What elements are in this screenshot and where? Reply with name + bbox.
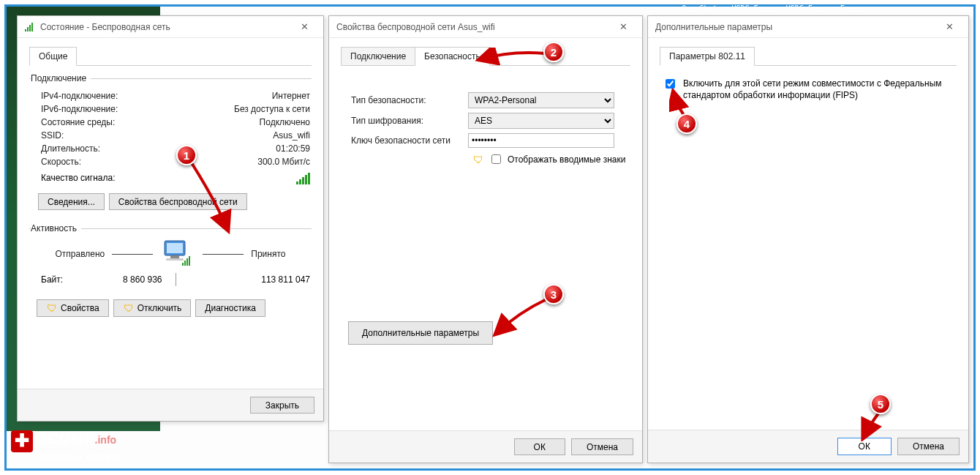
window-title: Свойства беспроводной сети Asus_wifi	[336, 22, 608, 32]
window-title: Дополнительные параметры	[655, 22, 935, 32]
recv-label: Принято	[251, 249, 285, 259]
security-key-input[interactable]	[468, 133, 614, 148]
activity-line-right	[203, 254, 244, 255]
advanced-settings-button[interactable]: Дополнительные параметры	[348, 321, 493, 345]
sent-label: Отправлено	[56, 249, 105, 259]
signal-bars-icon	[296, 173, 310, 184]
window-wifi-properties: Свойства беспроводной сети Asus_wifi ✕ П…	[328, 15, 643, 463]
disable-button[interactable]: 🛡Отключить	[113, 299, 192, 317]
activity-line-left	[112, 254, 153, 255]
bytes-recv: 113 811 047	[189, 274, 311, 285]
close-button[interactable]: Закрыть	[250, 397, 314, 414]
svg-rect-1	[167, 243, 183, 253]
ipv4-value: Интернет	[215, 91, 310, 101]
shield-icon: 🛡	[472, 154, 484, 165]
tab-security[interactable]: Безопасность	[415, 47, 490, 66]
annotation-badge-1: 1	[176, 145, 197, 165]
encryption-type-select[interactable]: AES	[468, 113, 614, 129]
properties-button[interactable]: 🛡Свойства	[37, 299, 109, 317]
group-activity: Активность Отправлено	[29, 223, 312, 288]
close-icon[interactable]: ✕	[290, 17, 319, 37]
svg-rect-7	[189, 256, 190, 266]
ipv6-label: IPv6-подключение:	[41, 104, 215, 114]
logo-cross-icon	[11, 430, 33, 452]
annotation-badge-4: 4	[676, 113, 697, 134]
titlebar[interactable]: Состояние - Беспроводная сеть ✕	[18, 16, 323, 38]
ok-button[interactable]: ОК	[837, 438, 892, 455]
security-type-label: Тип безопасности:	[351, 95, 468, 105]
ipv6-value: Без доступа к сети	[215, 104, 310, 114]
cancel-button[interactable]: Отмена	[571, 438, 633, 455]
ssid-label: SSID:	[41, 130, 215, 141]
annotation-badge-5: 5	[870, 394, 891, 414]
svg-rect-6	[186, 258, 188, 266]
tabs: Параметры 802.11	[660, 47, 957, 66]
close-icon[interactable]: ✕	[608, 17, 638, 37]
ipv4-label: IPv4-подключение:	[41, 91, 215, 101]
tabs: Общие	[29, 47, 312, 66]
window-wifi-status: Состояние - Беспроводная сеть ✕ Общие По…	[17, 15, 324, 422]
ok-button[interactable]: ОК	[514, 438, 565, 455]
wireless-properties-button[interactable]: Свойства беспроводной сети	[109, 193, 247, 210]
watermark: OCOMP.info ВОПРОСЫ АДМИНУ	[11, 430, 123, 461]
shield-icon: 🛡	[46, 302, 58, 314]
group-activity-legend: Активность	[31, 223, 81, 233]
svg-rect-5	[184, 261, 186, 266]
bytes-label: Байт:	[41, 274, 85, 285]
tab-connection[interactable]: Подключение	[341, 47, 415, 66]
signal-label: Качество сигнала:	[41, 173, 296, 184]
security-key-label: Ключ безопасности сети	[351, 135, 468, 146]
svg-rect-2	[170, 255, 179, 258]
group-connection: Подключение IPv4-подключение:Интернет IP…	[29, 73, 312, 213]
fips-checkbox[interactable]	[666, 79, 675, 89]
media-value: Подключено	[215, 117, 310, 127]
tabs: Подключение Безопасность	[341, 47, 630, 66]
activity-separator	[176, 273, 176, 286]
svg-rect-4	[182, 263, 184, 266]
wifi-icon	[25, 23, 33, 31]
window-advanced-settings: Дополнительные параметры ✕ Параметры 802…	[647, 15, 969, 463]
cancel-button[interactable]: Отмена	[897, 438, 960, 455]
fips-label: Включить для этой сети режим совместимос…	[683, 78, 954, 101]
speed-value: 300.0 Мбит/с	[215, 157, 310, 167]
ssid-value: Asus_wifi	[215, 130, 310, 141]
show-characters-label: Отображать вводимые знаки	[508, 154, 625, 165]
duration-value: 01:20:59	[215, 143, 310, 154]
close-icon[interactable]: ✕	[935, 17, 964, 37]
titlebar[interactable]: Свойства беспроводной сети Asus_wifi ✕	[329, 16, 642, 38]
desktop-icons: OpenShot VSDC Free VSDC Free Free...	[682, 4, 871, 15]
window-title: Состояние - Беспроводная сеть	[40, 22, 170, 32]
shield-icon: 🛡	[123, 302, 135, 314]
annotation-badge-2: 2	[543, 42, 564, 62]
details-button[interactable]: Сведения...	[38, 193, 105, 210]
group-connection-legend: Подключение	[31, 73, 91, 83]
tab-general[interactable]: Общие	[29, 47, 77, 66]
bytes-sent: 8 860 936	[85, 274, 162, 285]
titlebar[interactable]: Дополнительные параметры ✕	[648, 16, 968, 38]
encryption-type-label: Тип шифрования:	[351, 116, 468, 126]
network-activity-icon	[160, 239, 195, 269]
annotation-badge-3: 3	[543, 284, 564, 304]
diagnose-button[interactable]: Диагностика	[195, 299, 265, 317]
show-characters-checkbox[interactable]	[491, 154, 501, 164]
media-label: Состояние среды:	[41, 117, 215, 127]
security-type-select[interactable]: WPA2-Personal	[468, 92, 614, 108]
svg-rect-3	[166, 258, 184, 261]
tab-80211[interactable]: Параметры 802.11	[660, 47, 755, 66]
